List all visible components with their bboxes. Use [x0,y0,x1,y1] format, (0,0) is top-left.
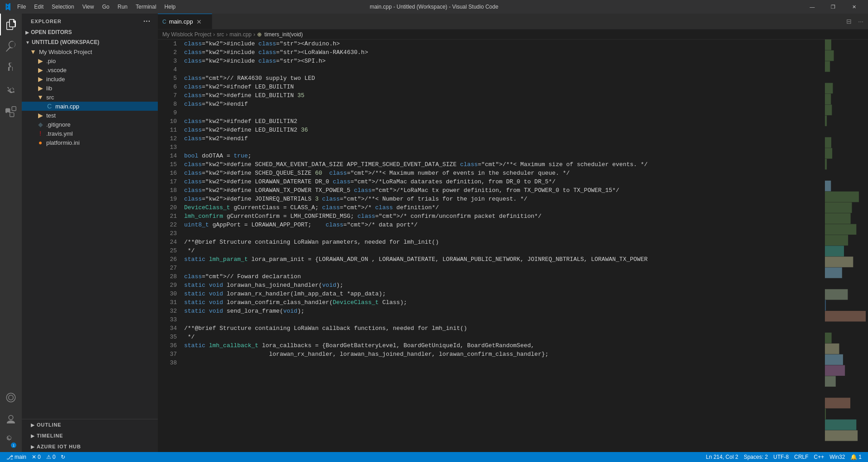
code-line: class="kw2">#ifndef LED_BUILTIN2 [184,117,823,126]
code-line: static void lorawan_confirm_class_handle… [184,298,823,307]
azure-iot-panel-header[interactable]: ▶ AZURE IOT HUB [22,441,158,452]
folder-collapsed-icon: ▶ [36,75,44,83]
source-control-activity-icon[interactable] [0,57,22,79]
git-branch-status[interactable]: ⎇ main [4,452,29,462]
breadcrumb-file[interactable]: main.cpp [229,31,252,38]
close-button[interactable]: ✕ [844,0,864,14]
spaces-status[interactable]: Spaces: 2 [741,452,770,462]
line-number: 35 [158,333,177,341]
line-number: 21 [158,212,177,221]
menu-terminal[interactable]: Terminal [132,3,160,11]
tab-file-icon: C [162,19,166,25]
search-activity-icon[interactable] [0,35,22,57]
code-line: class="kw2">#define LORAWAN_TX_POWER TX_… [184,186,823,195]
tree-item-lib[interactable]: ▶ lib [22,84,158,93]
menu-go[interactable]: Go [98,3,113,11]
tree-item-src[interactable]: ▼ src [22,93,158,102]
minimize-button[interactable]: — [802,0,823,14]
errors-status[interactable]: ✕ 0 [29,452,44,462]
code-line: class="kw2">#define LED_BUILTIN 35 [184,91,823,100]
outline-panel-header[interactable]: ▶ OUTLINE [22,419,158,430]
sidebar-more-button[interactable]: ··· [143,17,151,25]
menu-selection[interactable]: Selection [48,3,78,11]
tab-bar-actions: ⊟ ··· [844,14,868,29]
run-debug-activity-icon[interactable] [0,79,22,101]
folder-collapsed-icon: ▶ [36,66,44,74]
timeline-panel-header[interactable]: ▶ TIMELINE [22,430,158,441]
tree-item-wisblock-project[interactable]: ▼ My Wisblock Project [22,47,158,56]
menu-run[interactable]: Run [114,3,131,11]
tree-item-platformio[interactable]: ● platformio.ini [22,138,158,147]
eol-status[interactable]: CRLF [791,452,811,462]
code-line: /**@brief Structure containing LoRaWan p… [184,238,823,246]
split-editor-button[interactable]: ⊟ [844,17,853,26]
account-activity-icon[interactable] [0,408,22,430]
platform-status[interactable]: Win32 [827,452,848,462]
code-editor[interactable]: class="kw2">#include class="str"><Arduin… [180,39,823,452]
tree-item-test[interactable]: ▶ test [22,111,158,120]
remote-explorer-activity-icon[interactable] [0,387,22,408]
minimap-canvas [823,39,868,452]
menu-file[interactable]: File [14,3,29,11]
titlebar-left: File Edit Selection View Go Run Terminal… [4,3,179,11]
code-line: class="kw2">#endif [184,134,823,143]
cpp-file-icon: C [45,103,54,110]
tree-item-include[interactable]: ▶ include [22,74,158,84]
line-number: 37 [158,350,177,359]
maximize-button[interactable]: ❐ [823,0,844,14]
more-actions-button[interactable]: ··· [856,17,865,26]
tab-close-button[interactable]: ✕ [195,18,203,25]
code-line: DeviceClass_t gCurrentClass = CLASS_A; c… [184,203,823,212]
code-line: static lmh_callback_t lora_callbacks = {… [184,341,823,350]
statusbar: ⎇ main ✕ 0 ⚠ 0 ↻ Ln 214, Col 2 Spaces: 2… [0,452,868,462]
line-number: 27 [158,264,177,272]
statusbar-right: Ln 214, Col 2 Spaces: 2 UTF-8 CRLF C++ W… [703,452,865,462]
tree-item-label: lib [46,85,52,92]
menu-view[interactable]: View [78,3,98,11]
open-editors-section[interactable]: ▶ OPEN EDITORS [22,27,158,37]
tree-item-travis[interactable]: ! .travis.yml [22,129,158,138]
code-line: */ [184,246,823,255]
breadcrumb-src[interactable]: src [217,31,224,38]
tree-item-pio[interactable]: ▶ .pio [22,56,158,65]
settings-activity-icon[interactable]: 1 [0,430,22,452]
line-number: 9 [158,108,177,117]
tab-main-cpp[interactable]: C main.cpp ✕ [158,14,212,29]
line-number: 26 [158,255,177,264]
explorer-activity-icon[interactable] [0,14,22,35]
workspace-section[interactable]: ▼ UNTITLED (WORKSPACE) [22,37,158,47]
tab-filename: main.cpp [169,18,193,25]
code-line: class="kw2">#define LED_BUILTIN2 36 [184,126,823,134]
code-line [184,315,823,324]
azure-iot-arrow: ▶ [31,444,35,449]
encoding-status[interactable]: UTF-8 [770,452,791,462]
extensions-activity-icon[interactable] [0,101,22,123]
tree-item-gitignore[interactable]: ◆ .gitignore [22,120,158,129]
line-number: 36 [158,341,177,350]
cursor-position-status[interactable]: Ln 214, Col 2 [703,452,741,462]
code-line: static lmh_param_t lora_param_init = {LO… [184,255,823,264]
sidebar-tree: ▶ OPEN EDITORS ▼ UNTITLED (WORKSPACE) ▼ … [22,27,158,419]
line-number: 18 [158,186,177,195]
notification-count: 1 [858,454,862,460]
breadcrumb-symbol[interactable]: ⊕ timers_init(void) [257,31,303,38]
language-status[interactable]: C++ [811,452,827,462]
breadcrumb-project[interactable]: My Wisblock Project [162,31,211,38]
error-count: 0 [38,454,41,460]
sidebar-title: EXPLORER [31,19,62,24]
editor-content[interactable]: 1234567891011121314151617181920212223242… [158,39,868,452]
line-number: 22 [158,221,177,229]
menu-edit[interactable]: Edit [30,3,47,11]
line-number: 12 [158,134,177,143]
warnings-status[interactable]: ⚠ 0 [44,452,59,462]
folder-expanded-icon: ▼ [36,93,44,101]
line-number: 33 [158,315,177,324]
menu-help[interactable]: Help [161,3,180,11]
notifications-status[interactable]: 🔔 1 [848,452,864,462]
platformio-file-icon: ● [36,139,44,146]
line-number: 4 [158,65,177,74]
sync-status[interactable]: ↻ [58,452,68,462]
tree-item-vscode[interactable]: ▶ .vscode [22,65,158,74]
tree-item-main-cpp[interactable]: C main.cpp [22,102,158,111]
code-line [184,108,823,117]
